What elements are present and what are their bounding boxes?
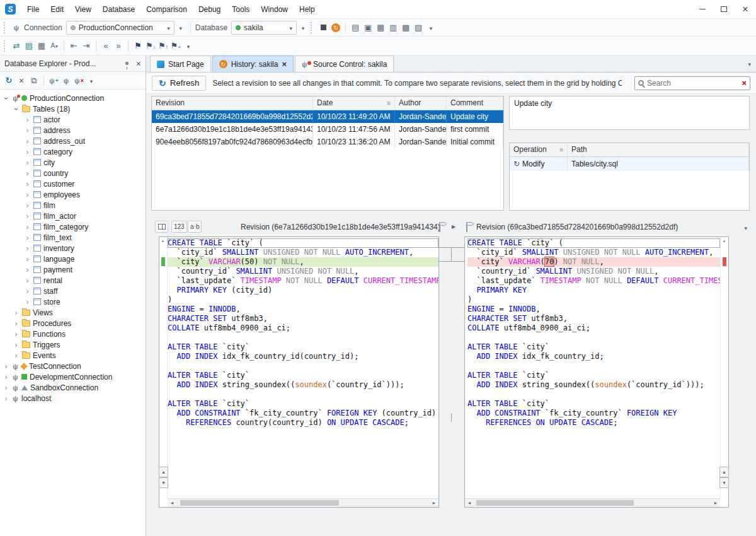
refresh-icon[interactable]: ↻ [3, 74, 15, 88]
tree-item-table[interactable]: country [0, 168, 146, 178]
tab-history-sakila[interactable]: History: sakila [212, 55, 294, 72]
tree-item-table[interactable]: language [0, 253, 146, 264]
tree-item-table[interactable]: film_actor [0, 211, 146, 221]
chevron-right-icon[interactable] [24, 244, 31, 253]
menu-file[interactable]: File [21, 0, 45, 19]
connect-icon[interactable] [60, 74, 72, 88]
new-connection-icon[interactable]: + [47, 74, 60, 88]
clear-search-icon[interactable] [742, 78, 747, 88]
table-grid-icon[interactable]: ▦ [374, 21, 387, 35]
menu-window[interactable]: Window [255, 0, 294, 19]
database-actions-chevron[interactable] [297, 21, 309, 35]
tree-item-tables-folder[interactable]: Tables (18) [0, 103, 146, 114]
connection-select[interactable]: ProductionConnection [66, 21, 175, 35]
horizontal-scrollbar[interactable] [168, 498, 438, 507]
toolbar-options-chevron[interactable] [425, 21, 437, 35]
toolbar-grip[interactable] [4, 22, 7, 33]
chevron-right-icon[interactable] [24, 137, 31, 146]
clipboard-icon[interactable]: ▣ [362, 21, 374, 35]
tree-item-table[interactable]: inventory [0, 243, 146, 253]
connection-actions-chevron[interactable] [175, 21, 187, 35]
scroll-right-icon[interactable] [430, 501, 438, 505]
scrollbar-thumb[interactable] [180, 500, 339, 506]
minimize-button[interactable] [692, 0, 713, 18]
tree-item-table[interactable]: film_category [0, 221, 146, 232]
menu-debug[interactable]: Debug [193, 0, 226, 19]
schema-compare-icon[interactable]: ▤ [23, 39, 35, 53]
chevron-right-icon[interactable] [24, 265, 31, 274]
column-header-comment[interactable]: Comment [447, 96, 503, 110]
chevron-right-icon[interactable] [3, 362, 9, 371]
tree-item-connection[interactable]: TestConnection [0, 361, 146, 371]
chevron-right-icon[interactable] [24, 158, 31, 167]
chevron-right-icon[interactable] [24, 212, 31, 221]
close-panel-icon[interactable] [136, 59, 141, 69]
chevron-right-icon[interactable] [24, 115, 31, 124]
menu-comparison[interactable]: Comparison [140, 0, 193, 19]
tree-item-table[interactable]: city [0, 157, 146, 168]
column-header-operation[interactable]: Operation [510, 143, 568, 156]
previous-difference-button[interactable] [719, 467, 729, 477]
duplicate-icon[interactable]: ⧉ [28, 74, 40, 88]
format-code-icon[interactable]: A▾ [48, 39, 60, 53]
next-difference-button[interactable] [719, 477, 729, 488]
menu-view[interactable]: View [69, 0, 97, 19]
chevron-right-icon[interactable] [24, 287, 31, 296]
horizontal-scrollbar[interactable] [465, 498, 720, 507]
next-bookmark-icon[interactable]: ⚑↓ [144, 39, 157, 53]
tree-item-folder[interactable]: Procedures [0, 318, 146, 329]
sort-icon[interactable] [387, 100, 391, 107]
refresh-button[interactable]: Refresh [152, 76, 206, 91]
tree-item-folder[interactable]: Triggers [0, 339, 146, 350]
scroll-up-icon[interactable] [161, 238, 165, 243]
toolbar-grip[interactable] [4, 40, 7, 52]
tree-item-table[interactable]: store [0, 296, 146, 307]
toolbar-options-chevron[interactable] [182, 39, 195, 53]
indent-decrease-icon[interactable]: ⇤ [67, 39, 80, 53]
disconnect-icon[interactable] [15, 74, 28, 88]
close-button[interactable] [735, 0, 756, 18]
tab-source-control-sakila[interactable]: Source Control: sakila [295, 55, 394, 72]
tree-item-connection[interactable]: DevelopmentConnection [0, 371, 146, 382]
chevron-right-icon[interactable] [13, 341, 20, 349]
scroll-left-icon[interactable] [168, 501, 176, 505]
stop-execution-icon[interactable] [317, 21, 329, 35]
revision-row[interactable]: 90e4eeb8056f8197ab0fc924d78680963d4ecfbd… [152, 136, 503, 148]
menu-tools[interactable]: Tools [226, 0, 255, 19]
next-difference-button[interactable] [159, 477, 168, 488]
tree-item-connection[interactable]: SandboxConnection [0, 382, 146, 393]
tree-item-table[interactable]: actor [0, 114, 146, 125]
column-header-author[interactable]: Author [395, 96, 447, 110]
tree-item-table[interactable]: film [0, 200, 146, 211]
tree-item-table[interactable]: employees [0, 189, 146, 200]
tab-start-page[interactable]: Start Page [150, 55, 211, 72]
column-header-date[interactable]: Date [313, 96, 395, 110]
form-editor-icon[interactable]: ▧ [412, 21, 425, 35]
tree-item-table[interactable]: address_out [0, 136, 146, 146]
chevron-right-icon[interactable] [13, 351, 20, 360]
prev-bookmark-icon[interactable]: ⚑↑ [157, 39, 169, 53]
chevron-right-icon[interactable] [13, 330, 20, 339]
chevron-right-icon[interactable] [24, 126, 31, 135]
maximize-button[interactable] [713, 0, 735, 18]
tree-item-connection[interactable]: localhost [0, 393, 146, 404]
chevron-right-icon[interactable] [13, 319, 20, 328]
line-numbers-toggle[interactable]: 123 [171, 221, 187, 233]
diff-options-chevron[interactable] [744, 223, 747, 232]
column-header-revision[interactable]: Revision [152, 96, 313, 110]
chevron-right-icon[interactable] [24, 201, 31, 210]
chevron-right-icon[interactable] [24, 148, 31, 156]
chevron-right-icon[interactable] [3, 373, 9, 382]
operation-row[interactable]: Modify Tables/city.sql [510, 157, 749, 171]
chevron-expanded-icon[interactable] [3, 94, 9, 103]
sql-code-left[interactable]: CREATE TABLE `city` ( `city_id` SMALLINT… [168, 237, 438, 498]
document-edit-icon[interactable]: ▤ [349, 21, 362, 35]
close-tab-icon[interactable] [282, 59, 287, 69]
chevron-right-icon[interactable] [24, 180, 31, 189]
explorer-options-chevron[interactable] [85, 74, 98, 88]
clear-bookmarks-icon[interactable]: ⚑× [169, 39, 182, 53]
chevron-right-icon[interactable] [3, 394, 9, 403]
remove-connection-icon[interactable]: × [72, 74, 85, 88]
sort-icon[interactable] [559, 146, 563, 153]
tree-item-table[interactable]: rental [0, 275, 146, 286]
